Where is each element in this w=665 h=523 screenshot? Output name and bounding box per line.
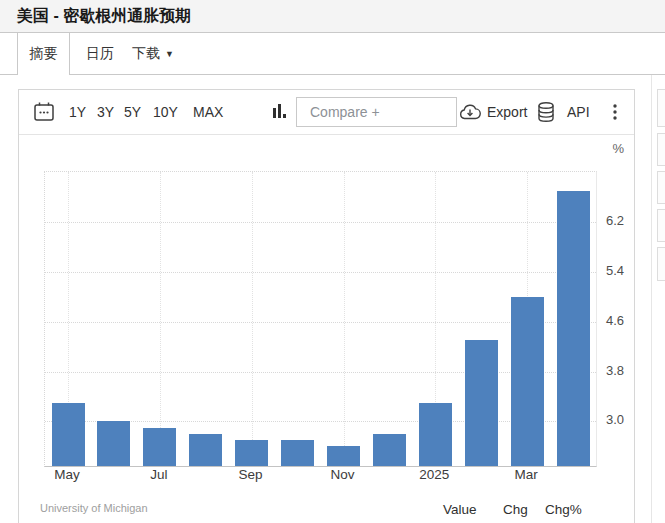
cutoff-side-button[interactable] — [657, 209, 665, 242]
cutoff-side-button[interactable] — [657, 133, 665, 166]
bar-nov-2024[interactable] — [327, 446, 360, 466]
gridline-horizontal — [45, 272, 596, 273]
gridline-vertical — [344, 172, 345, 466]
range-button-max[interactable]: MAX — [193, 90, 223, 134]
calendar-icon[interactable] — [33, 101, 55, 123]
y-tick-label: 3.0 — [596, 412, 624, 427]
export-button[interactable]: Export — [487, 90, 527, 134]
y-tick-label: 4.6 — [596, 313, 624, 328]
bar-mar-2025[interactable] — [511, 297, 544, 466]
compare-input[interactable]: Compare + — [296, 97, 457, 127]
range-button-1y[interactable]: 1Y — [69, 90, 86, 134]
tab-bar: 摘要 日历 下载▼ — [0, 33, 665, 75]
chevron-down-icon: ▼ — [165, 34, 174, 75]
gridline-vertical — [160, 172, 161, 466]
y-axis-unit: % — [596, 141, 624, 156]
x-tick-label: Mar — [496, 467, 556, 482]
cutoff-side-button[interactable] — [657, 247, 665, 281]
cutoff-side-button[interactable] — [657, 171, 665, 204]
tab-download-label: 下载 — [132, 45, 160, 61]
y-tick-label: 5.4 — [596, 263, 624, 278]
x-tick-label: Jul — [129, 467, 189, 482]
view-tab-value[interactable]: Value — [443, 502, 477, 517]
tab-summary[interactable]: 摘要 — [17, 33, 70, 75]
bar-sep-2024[interactable] — [235, 440, 268, 466]
view-tab-chg[interactable]: Chg — [503, 502, 528, 517]
x-tick-label: 2025 — [404, 467, 464, 482]
kebab-menu-icon[interactable] — [607, 101, 623, 123]
y-axis: 3.03.84.65.46.2 — [596, 171, 624, 465]
x-tick-label: Sep — [221, 467, 281, 482]
y-tick-label: 3.8 — [596, 363, 624, 378]
gridline-horizontal — [45, 222, 596, 223]
y-tick-label: 6.2 — [596, 213, 624, 228]
bar-aug-2024[interactable] — [189, 434, 222, 466]
range-button-10y[interactable]: 10Y — [153, 90, 178, 134]
api-button[interactable]: API — [567, 90, 590, 134]
cloud-download-icon[interactable] — [458, 103, 482, 121]
column-chart-icon[interactable] — [272, 103, 288, 121]
bar-jul-2024[interactable] — [143, 428, 176, 467]
x-tick-label: May — [37, 467, 97, 482]
bar-oct-2024[interactable] — [281, 440, 314, 466]
range-button-5y[interactable]: 5Y — [124, 90, 141, 134]
cutoff-side-button[interactable] — [657, 89, 665, 127]
plot-area — [44, 171, 597, 467]
database-icon[interactable] — [536, 101, 556, 123]
gridline-vertical — [252, 172, 253, 466]
right-panel-divider — [651, 75, 652, 523]
view-tab-chgpct[interactable]: Chg% — [545, 502, 582, 517]
bar-jun-2024[interactable] — [97, 421, 130, 466]
bar-dec-2024[interactable] — [373, 434, 406, 466]
bar-apr-2025[interactable] — [557, 191, 590, 466]
range-button-3y[interactable]: 3Y — [97, 90, 114, 134]
inflation-expectations-page: 美国 - 密歇根州通胀预期 摘要 日历 下载▼ 1Y 3Y 5Y 10Y MAX — [0, 0, 665, 523]
bar-may-2024[interactable] — [52, 403, 85, 466]
page-title: 美国 - 密歇根州通胀预期 — [17, 0, 191, 31]
tab-download[interactable]: 下载▼ — [132, 33, 174, 76]
tab-calendar[interactable]: 日历 — [86, 33, 114, 74]
bar-feb-2025[interactable] — [465, 340, 498, 466]
source-label: University of Michigan — [40, 502, 148, 514]
x-axis: MayJulSepNov2025Mar — [44, 467, 595, 485]
chart-toolbar: 1Y 3Y 5Y 10Y MAX Compare + Export — [19, 90, 634, 135]
bar-jan-2025[interactable] — [419, 403, 452, 466]
x-tick-label: Nov — [313, 467, 373, 482]
